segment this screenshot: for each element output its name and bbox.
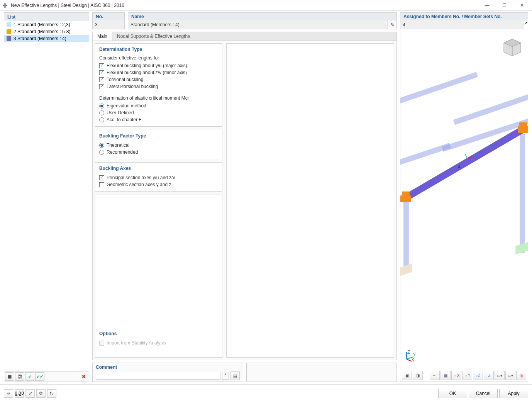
check-all-button[interactable]: ✔✔ [35,372,44,381]
close-button[interactable]: ✕ [513,0,530,11]
window-title: New Effective Lengths | Steel Design | A… [11,3,478,8]
radio-label: Acc. to chapter F [107,117,142,122]
arrow-z-button[interactable]: ↕Z [473,371,483,380]
apply-button[interactable]: Apply [499,389,528,398]
checkbox-icon [99,341,104,346]
box-a-button[interactable]: ▭▾ [495,371,505,380]
model-viewport[interactable]: 4 Z Y [400,32,528,382]
radio-icon [99,117,104,122]
name-label: Name [128,13,396,20]
buckling-axes-title: Buckling Axes [99,166,218,171]
radio-icon [99,143,104,148]
svg-text:X: X [411,357,414,361]
list-panel: List 1 Standard (Members : 2,3)2 Standar… [4,12,89,382]
check-flexural-z[interactable]: Flexural buckling about z/v (minor axis) [99,69,218,76]
assigned-pick-icon[interactable]: ↗ [524,20,528,29]
model-drawing: 4 [400,32,528,382]
svg-rect-0 [3,5,7,6]
svg-rect-10 [400,195,411,202]
axis-gizmo-icon: Z Y X [404,350,416,361]
radio-user-defined[interactable]: User-Defined [99,109,218,116]
comment-input[interactable] [96,372,220,380]
radio-eigenvalue[interactable]: Eigenvalue method [99,102,218,109]
checkbox-icon [99,182,104,187]
theta-button[interactable]: θ [4,389,13,398]
check-import-stability: Import from Stability Analysis [99,339,218,346]
tab-area: Main Nodal Supports & Effective Lengths … [92,32,397,360]
radio-label: Eigenvalue method [107,103,146,109]
view-cube-icon[interactable] [502,37,523,58]
check-geometric-axes[interactable]: Geometric section axes y and z [99,181,218,188]
dots-icon-button[interactable]: ⋯ [430,371,440,380]
view-mode-b-button[interactable]: ◨ [413,371,423,380]
radio-icon [99,103,104,109]
check-torsional[interactable]: Torsional buckling [99,76,218,83]
cancel-button[interactable]: Cancel [469,389,498,398]
delete-item-button[interactable]: ✖ [79,372,88,381]
app-icon [2,2,8,9]
name-field-block: Name ✎ [128,12,397,29]
box-b-button[interactable]: ▭▾ [505,371,515,380]
consider-label: Consider effective lengths for [99,55,218,61]
fx-button[interactable]: fₓ [47,389,56,398]
view-mode-a-button[interactable]: ▣ [402,371,412,380]
no-label: No. [93,13,124,20]
list-item-label: 1 Standard (Members : 2,3) [14,22,70,27]
radio-theoretical[interactable]: Theoretical [99,142,218,149]
check-flexural-y[interactable]: Flexural buckling about y/u (major axis) [99,62,218,69]
name-input[interactable] [128,20,388,29]
list-item[interactable]: 1 Standard (Members : 2,3) [4,21,89,28]
center-panel: No. Name ✎ Main Nodal Supports & Effecti… [92,12,397,382]
check-label: Geometric section axes y and z [107,182,171,187]
precision-button[interactable]: 0̲.0̲0 [15,389,24,398]
radio-label: Theoretical [107,142,129,148]
radio-recommended[interactable]: Recommended [99,149,218,156]
ok-button[interactable]: OK [438,389,467,398]
list-body: 1 Standard (Members : 2,3)2 Standard (Me… [4,21,89,371]
list-swatch-icon [7,36,11,41]
name-edit-icon[interactable]: ✎ [388,20,396,29]
check-button[interactable]: ✔ [25,372,34,381]
member-label: 4 [458,165,460,169]
list-item[interactable]: 2 Standard (Members : 5-8) [4,28,89,35]
svg-line-9 [403,128,525,199]
maximize-button[interactable]: ☐ [496,0,513,11]
no-input[interactable] [93,20,124,29]
target-button[interactable]: ◎ [516,371,526,380]
checkbox-icon [99,84,104,89]
new-item-button[interactable]: ▦ [5,372,14,381]
radio-chapter-f[interactable]: Acc. to chapter F [99,116,218,123]
viewport-toolbar: ▣ ◨ ⋯ ▦ ↔X ↔Y ↕Z -Z ▭▾ ▭▾ ◎ [402,371,526,380]
svg-rect-1 [4,3,5,8]
list-item[interactable]: 3 Standard (Members : 4) [4,35,89,42]
svg-rect-13 [519,122,527,126]
check-principal-axes[interactable]: Principal section axes y/u and z/v [99,174,218,181]
comment-edit-button[interactable]: ▤ [230,371,240,380]
copy-item-button[interactable]: ⿻ [15,372,24,381]
check-lateral-torsional[interactable]: Lateral-torsional buckling [99,83,218,90]
determination-type-title: Determination Type [99,47,218,52]
svg-line-3 [400,75,477,103]
list-swatch-icon [7,29,11,34]
buckling-factor-group: Buckling Factor Type Theoretical Recomme… [95,130,222,159]
arrow-y-button[interactable]: ↔Y [462,371,472,380]
radio-label: User-Defined [107,110,134,115]
arrow-x-button[interactable]: ↔X [451,371,461,380]
pick-button[interactable]: ⤢ [25,389,35,398]
arrow-neg-z-button[interactable]: -Z [484,371,494,380]
settings-button[interactable]: ⚙ [36,389,46,398]
check-label: Principal section axes y/u and z/v [107,175,175,180]
svg-line-4 [454,93,528,122]
comment-dropdown-icon[interactable]: ˅ [222,372,229,380]
minimize-button[interactable]: — [478,0,496,11]
assigned-input[interactable] [400,20,524,29]
tab-main[interactable]: Main [93,32,112,41]
assigned-label: Assigned to Members No. / Member Sets No… [400,13,528,20]
radio-label: Recommended [107,149,138,155]
list-header: List [4,13,89,21]
list-item-label: 3 Standard (Members : 4) [14,36,66,41]
tab-nodal-supports[interactable]: Nodal Supports & Effective Lengths [112,32,195,41]
no-field-block: No. [92,12,125,29]
grid-icon-button[interactable]: ▦ [441,371,451,380]
check-label: Import from Stability Analysis [107,340,166,346]
